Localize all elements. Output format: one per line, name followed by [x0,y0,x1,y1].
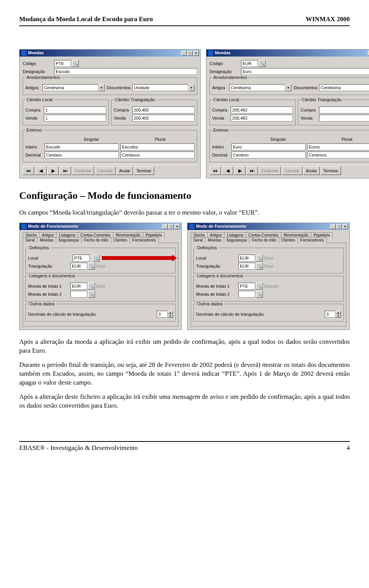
anular-button[interactable]: Anular [303,167,320,175]
minimize-icon[interactable]: _ [330,224,336,229]
tab-fornecedores[interactable]: Fornecedores [130,237,159,243]
close-icon[interactable]: × [342,224,348,229]
tab-seguran-as[interactable]: Seguranças [224,237,249,243]
next-button[interactable]: ▶ [47,167,59,175]
tri-venda-input[interactable] [319,115,369,122]
decimais-input[interactable] [157,311,168,318]
code-input[interactable] [241,60,258,67]
tab-movimenta-o[interactable]: Movimentação [281,232,311,238]
tri-venda-input[interactable] [132,115,194,122]
terminar-button[interactable]: Terminar [134,167,154,175]
mt2-input[interactable] [70,291,87,298]
lookup-icon[interactable]: 🔍 [256,283,263,290]
lookup-icon[interactable]: 🔍 [256,255,263,262]
last-button[interactable]: ⏭ [60,167,71,175]
tri-compra-input[interactable] [132,107,194,113]
tab-artigos[interactable]: Artigos [207,232,224,238]
artigos-select[interactable] [42,84,98,91]
lookup-icon[interactable]: 🔍 [256,291,263,298]
close-icon[interactable]: × [175,224,180,229]
confirmar-button[interactable]: Confirmar [259,167,281,175]
minimize-icon[interactable]: _ [162,224,168,229]
artigos-select[interactable] [229,84,285,91]
desig-input[interactable] [241,68,369,75]
tab-papelaria[interactable]: Papelaria [143,232,165,238]
tab-geral[interactable]: Geral [23,237,37,243]
lookup-icon[interactable]: 🔍 [93,255,100,262]
tab-geral[interactable]: Geral [191,237,205,243]
local-venda-input[interactable] [44,115,106,122]
local-input[interactable] [238,255,255,262]
tab-listagens[interactable]: Listagens [56,232,78,238]
lookup-icon[interactable]: 🔍 [88,263,95,270]
cancelar-button[interactable]: Cancelar [282,167,303,175]
inteiro-plural-input[interactable] [307,143,369,150]
triangulacao-input[interactable] [70,263,87,270]
first-button[interactable]: ⏮ [23,167,34,175]
first-button[interactable]: ⏮ [209,167,221,175]
tab-moedas[interactable]: Moedas [37,237,56,243]
minimize-icon[interactable]: _ [181,51,186,56]
documentos-select[interactable] [319,84,369,91]
lookup-icon[interactable]: 🔍 [88,283,95,290]
terminar-button[interactable]: Terminar [321,167,341,175]
triangulacao-input[interactable] [238,263,255,270]
tab-fecho-do-m-s[interactable]: Fecho do mês [81,237,111,243]
inteiro-plural-input[interactable] [120,143,194,150]
decimal-singular-input[interactable] [45,152,119,158]
tri-compra-input[interactable] [319,107,369,113]
decimais-input[interactable] [325,311,336,318]
next-button[interactable]: ▶ [234,167,246,175]
spin-down-icon[interactable]: ▼ [168,314,173,318]
anular-button[interactable]: Anular [116,167,133,175]
decimal-singular-input[interactable] [231,152,306,158]
maximize-icon[interactable]: □ [168,224,174,229]
maximize-icon[interactable]: □ [336,224,342,229]
decimal-plural-input[interactable] [307,152,369,158]
lookup-icon[interactable]: 🔍 [259,60,266,67]
tab-stocks[interactable]: Stocks [191,232,208,238]
mt1-input[interactable] [70,283,87,290]
tab-fecho-do-m-s[interactable]: Fecho do mês [249,237,279,243]
last-button[interactable]: ⏭ [246,167,258,175]
tab-papelaria[interactable]: Papelaria [311,232,332,238]
lookup-icon[interactable]: 🔍 [256,263,263,270]
lookup-icon[interactable]: 🔍 [72,60,79,67]
chevron-down-icon[interactable]: ▼ [98,84,105,91]
chevron-down-icon[interactable]: ▼ [285,84,291,91]
mt2-input[interactable] [238,291,255,298]
tab-movimenta-o[interactable]: Movimentação [113,232,143,238]
documentos-select[interactable] [132,84,188,91]
confirmar-button[interactable]: Confirmar [72,167,94,175]
tab-contas-correntes[interactable]: Contas-Correntes [78,232,113,238]
local-venda-input[interactable] [231,115,293,122]
chevron-down-icon[interactable]: ▼ [188,84,194,91]
spin-down-icon[interactable]: ▼ [336,314,341,318]
tab-contas-correntes[interactable]: Contas-Correntes [246,232,281,238]
close-icon[interactable]: × [193,51,199,56]
code-input[interactable] [54,60,71,67]
desig-input[interactable] [54,68,197,75]
local-compra-input[interactable] [44,107,106,113]
lookup-icon[interactable]: 🔍 [88,291,95,298]
prev-button[interactable]: ◀ [35,167,47,175]
tab-seguran-as[interactable]: Seguranças [56,237,81,243]
tab-fornecedores[interactable]: Fornecedores [298,237,327,243]
tab-clientes[interactable]: Clientes [279,237,298,243]
tab-moedas[interactable]: Moedas [205,237,224,243]
tab-clientes[interactable]: Clientes [111,237,130,243]
decimal-plural-input[interactable] [120,152,194,158]
prev-button[interactable]: ◀ [222,167,233,175]
inteiro-singular-input[interactable] [45,143,119,150]
spin-up-icon[interactable]: ▲ [336,311,341,314]
inteiro-singular-input[interactable] [231,143,306,150]
cancelar-button[interactable]: Cancelar [95,167,116,175]
tab-stocks[interactable]: Stocks [23,232,40,238]
tab-listagens[interactable]: Listagens [224,232,246,238]
tab-artigos[interactable]: Artigos [39,232,57,238]
spin-up-icon[interactable]: ▲ [168,311,173,314]
mt1-input[interactable] [238,283,255,290]
maximize-icon[interactable]: □ [187,51,193,56]
local-compra-input[interactable] [231,107,293,113]
local-input[interactable] [73,255,90,262]
